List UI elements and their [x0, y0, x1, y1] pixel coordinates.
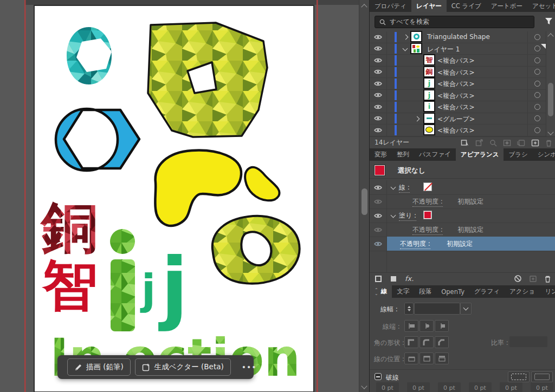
stroke-width-input[interactable]	[414, 303, 460, 315]
target-circle[interactable]	[534, 127, 540, 133]
visibility-eye-icon[interactable]	[370, 31, 387, 43]
opacity-value[interactable]: 初期設定	[457, 197, 483, 206]
layer-thumbnail[interactable]: j	[424, 79, 434, 88]
layer-row-compound-path-dou[interactable]: 銅 <複合パス>	[370, 67, 555, 79]
export-icon[interactable]	[475, 139, 483, 147]
trash-icon[interactable]	[544, 275, 551, 283]
collapse-chevron-icon[interactable]	[403, 45, 408, 51]
canvas-scrollbar-thumb[interactable]	[362, 188, 367, 215]
tab-paragraph[interactable]: 段落	[414, 285, 436, 298]
dashed-line-checkbox[interactable]	[375, 373, 382, 380]
shape-green-i-dot[interactable]	[110, 229, 135, 254]
scroll-down-icon[interactable]	[361, 383, 367, 389]
draw-pencil-button[interactable]: 描画 (鉛筆)	[67, 358, 131, 376]
layer-thumbnail[interactable]	[411, 44, 421, 53]
target-circle[interactable]	[534, 69, 540, 75]
scroll-down-icon[interactable]	[547, 129, 553, 135]
expand-chevron-icon[interactable]	[391, 185, 396, 190]
visibility-eye-icon[interactable]	[370, 208, 387, 223]
stroke-row-label[interactable]: 線 :	[399, 183, 410, 193]
appearance-row-stroke-opacity[interactable]: 不透明度 : 初期設定	[370, 194, 555, 209]
layer-thumbnail[interactable]	[411, 32, 421, 41]
stroke-width-stepper[interactable]	[404, 303, 414, 315]
tab-character[interactable]: 文字	[392, 285, 414, 298]
target-circle[interactable]	[534, 92, 540, 98]
layer-row-compound-path-blob[interactable]: <複合パス>	[370, 125, 555, 136]
corner-round-button[interactable]	[420, 336, 434, 348]
visibility-eye-icon[interactable]	[370, 55, 387, 66]
visibility-eye-icon[interactable]	[370, 194, 387, 208]
more-options-button[interactable]: •••	[240, 363, 259, 371]
cap-projecting-button[interactable]	[435, 320, 449, 332]
layer-thumbnail[interactable]	[424, 125, 434, 134]
opacity-label[interactable]: 不透明度 :	[412, 225, 443, 235]
gap-field-3[interactable]: 0 pt	[531, 382, 553, 392]
make-mask-icon[interactable]	[503, 139, 511, 147]
dash-preserve-button[interactable]	[508, 371, 530, 382]
layer-thumbnail[interactable]: j	[424, 90, 434, 100]
appearance-row-object-opacity-selected[interactable]: 不透明度 : 初期設定	[370, 237, 555, 251]
corner-bevel-button[interactable]	[435, 336, 449, 348]
generate-vector-button[interactable]: 生成ベクター (Beta)	[135, 358, 231, 376]
target-circle[interactable]	[534, 104, 540, 110]
gap-field-2[interactable]: 0 pt	[469, 382, 492, 392]
appearance-row-fill-opacity[interactable]: 不透明度 : 初期設定	[370, 223, 555, 237]
layer-name[interactable]: <複合パス>	[437, 92, 475, 101]
tab-pathfinder[interactable]: パスファイ	[414, 148, 456, 161]
layer-name[interactable]: Triangulated Shape	[427, 33, 490, 41]
dash-align-button[interactable]	[531, 371, 553, 382]
fill-red-swatch[interactable]	[423, 211, 432, 219]
tab-stroke[interactable]: ⌃⌄線	[370, 285, 392, 298]
filter-funnel-icon[interactable]	[545, 17, 553, 25]
add-stroke-icon[interactable]	[375, 275, 382, 283]
visibility-eye-icon[interactable]	[370, 101, 387, 113]
corner-miter-button[interactable]	[404, 336, 418, 348]
stroke-none-swatch[interactable]	[423, 182, 432, 191]
visibility-eye-icon[interactable]	[370, 90, 387, 101]
layer-row-compound-path-j2[interactable]: j <複合パス>	[370, 90, 555, 102]
target-circle[interactable]	[534, 45, 540, 51]
layer-row-compound-path-chi[interactable]: 智 <複合パス>	[370, 55, 555, 67]
layer-thumbnail[interactable]: 智	[424, 55, 434, 64]
tab-transform[interactable]: 変形	[370, 148, 392, 161]
target-circle[interactable]	[534, 81, 540, 87]
tab-appearance[interactable]: アピアランス	[456, 148, 504, 161]
tab-graphic-styles[interactable]: グラフィ	[469, 285, 505, 298]
dash-field-2[interactable]: 0 pt	[438, 382, 461, 392]
layer-name[interactable]: <複合パス>	[437, 80, 475, 89]
canvas-pasteboard[interactable]: 銅 智 j j In ection 描画 (鉛筆) 生成ベクター (Beta	[0, 0, 369, 392]
layer-thumbnail[interactable]: i	[424, 102, 434, 111]
layer-thumbnail[interactable]	[424, 114, 434, 123]
tab-opentype[interactable]: OpenTy	[436, 285, 469, 298]
layer-name[interactable]: <複合パス>	[437, 56, 475, 66]
canvas-text-big-j[interactable]: j	[158, 240, 188, 332]
add-fill-icon[interactable]	[390, 275, 397, 283]
layer-name[interactable]: <複合パス>	[437, 103, 475, 112]
fill-row-label[interactable]: 塗り :	[399, 211, 416, 221]
gap-field-1[interactable]: 0 pt	[407, 382, 430, 392]
canvas-vertical-scrollbar[interactable]	[359, 0, 370, 392]
visibility-eye-icon[interactable]	[370, 237, 387, 251]
visibility-eye-icon[interactable]	[370, 43, 387, 55]
expand-chevron-icon[interactable]	[415, 116, 420, 121]
add-effect-fx-button[interactable]: fx.	[405, 275, 414, 283]
opacity-label[interactable]: 不透明度 :	[400, 239, 430, 249]
target-circle[interactable]	[534, 115, 540, 121]
layer-thumbnail[interactable]: 銅	[424, 67, 434, 76]
layer-name[interactable]: レイヤー 1	[427, 45, 460, 54]
miter-ratio-input[interactable]	[509, 336, 547, 347]
cap-round-button[interactable]	[420, 320, 434, 332]
tab-brushes[interactable]: ブラシ	[504, 148, 532, 161]
locate-object-icon[interactable]	[461, 139, 469, 147]
visibility-eye-icon[interactable]	[370, 67, 387, 78]
visibility-eye-icon[interactable]	[370, 125, 387, 136]
tab-actions[interactable]: アクショ	[505, 285, 540, 298]
dash-field-1[interactable]: 0 pt	[376, 382, 399, 392]
scroll-up-icon[interactable]	[361, 4, 367, 10]
opacity-value[interactable]: 初期設定	[457, 225, 483, 234]
search-layers-icon[interactable]	[489, 139, 497, 147]
layer-row-group[interactable]: <グループ>	[370, 113, 555, 125]
expand-chevron-icon[interactable]	[391, 213, 396, 218]
layer-row-compound-path-j1[interactable]: j <複合パス>	[370, 78, 555, 90]
new-sublayer-icon[interactable]	[517, 139, 525, 147]
